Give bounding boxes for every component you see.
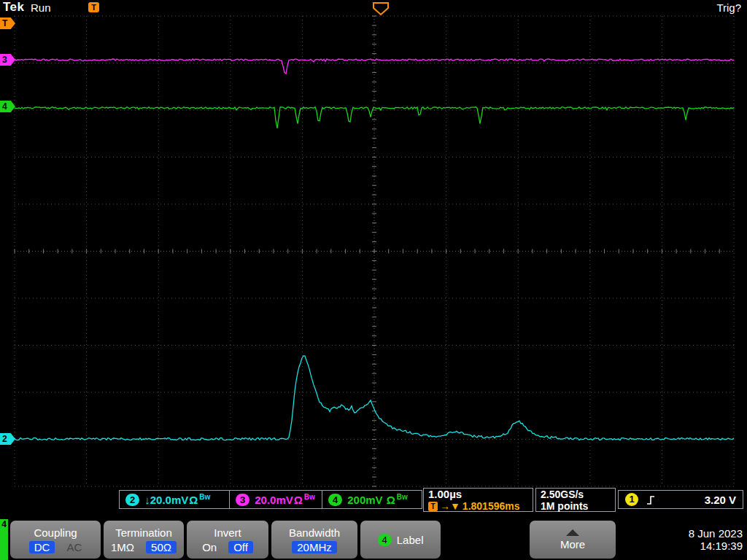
ch4-scale-readout: 4 200mV ΩBw [322, 490, 422, 509]
more-button[interactable]: More [530, 521, 616, 559]
bandwidth-limit-icon: Bw [397, 493, 408, 501]
coupling-dc-option[interactable]: DC [29, 541, 55, 553]
graticule-area [0, 0, 747, 519]
ch2-scale-readout: 2 ↓20.0mVΩBw [119, 490, 230, 509]
delay-arrow-icon: →▼ [440, 500, 460, 512]
rising-edge-slope-icon [646, 494, 656, 505]
bandwidth-limit-icon: Bw [304, 493, 315, 501]
sample-rate: 2.50GS/s [541, 489, 611, 500]
ch2-badge: 2 [125, 494, 139, 506]
termination-button[interactable]: Termination 1MΩ 50Ω [104, 521, 184, 559]
trigger-level-value: 3.20 V [705, 494, 736, 506]
invert-title: Invert [214, 526, 241, 539]
date-value: 8 Jun 2023 [689, 527, 743, 540]
timebase-readout: 1.00µs T →▼ 1.801596ms [423, 488, 533, 512]
trigger-flag-icon: T [428, 502, 438, 511]
graticule-grid [15, 16, 734, 486]
datetime-display: 8 Jun 2023 14:19:39 [652, 521, 746, 559]
ch4-scale: 200mV ΩBw [347, 493, 408, 506]
label-channel-badge: 4 [378, 534, 392, 546]
label-text: Label [397, 534, 424, 546]
trigger-readout: 1 3.20 V [618, 490, 743, 509]
channel-menu-bar: 4 Coupling DC AC Termination 1MΩ 50Ω Inv… [0, 519, 747, 560]
time-value: 14:19:39 [700, 540, 743, 552]
record-length: 1M points [541, 500, 611, 512]
label-button[interactable]: 4 Label [360, 521, 441, 559]
trigger-position-marker[interactable] [374, 3, 388, 15]
trigger-delay: T →▼ 1.801596ms [428, 500, 528, 512]
ch4-badge: 4 [328, 494, 342, 506]
invert-on-option[interactable]: On [202, 541, 217, 553]
termination-title: Termination [115, 526, 172, 539]
ohm-icon: Ω [387, 494, 395, 506]
ohm-icon: Ω [189, 494, 198, 506]
termination-50ohm-option[interactable]: 50Ω [146, 541, 177, 553]
up-arrow-icon [566, 529, 579, 536]
timebase-scale: 1.00µs [428, 488, 528, 500]
ohm-icon: Ω [294, 494, 303, 506]
more-text: More [560, 538, 585, 551]
menu-channel-indicator: 4 [0, 519, 8, 560]
invert-off-option[interactable]: Off [228, 541, 253, 553]
bandwidth-button[interactable]: Bandwidth 20MHz [271, 521, 357, 559]
ch3-scale-readout: 3 20.0mVΩBw [229, 490, 322, 509]
oscilloscope-screen: Tek Run T Trig? T 3 4 2 2 ↓20.0mVΩBw 3 2… [0, 0, 747, 560]
coupling-title: Coupling [34, 526, 77, 539]
bandwidth-title: Bandwidth [289, 526, 340, 539]
invert-button[interactable]: Invert On Off [187, 521, 268, 559]
trigger-source-badge: 1 [625, 493, 638, 506]
ch2-scale: ↓20.0mVΩBw [144, 493, 210, 506]
ch3-badge: 3 [236, 494, 249, 506]
bandwidth-limit-icon: Bw [199, 493, 210, 501]
termination-1mohm-option[interactable]: 1MΩ [111, 541, 134, 553]
acquisition-readout: 2.50GS/s 1M points [535, 488, 616, 512]
bandwidth-value[interactable]: 20MHz [292, 541, 337, 553]
coupling-ac-option[interactable]: AC [66, 541, 82, 553]
coupling-button[interactable]: Coupling DC AC [10, 521, 101, 559]
ch3-scale: 20.0mVΩBw [255, 493, 315, 506]
